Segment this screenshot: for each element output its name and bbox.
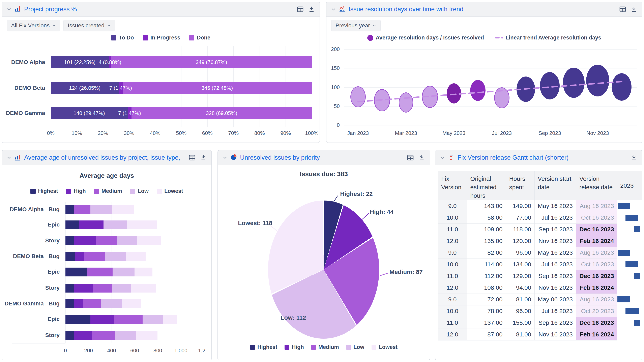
bar-segment <box>83 300 101 308</box>
bar-segment <box>66 205 74 214</box>
fix-version-cell: 12.0 <box>438 235 467 247</box>
bubble[interactable] <box>374 89 390 111</box>
gantt-timeline-cell <box>617 258 642 270</box>
bar-segment <box>114 315 142 324</box>
panel-title[interactable]: Average age of unresolved issues by proj… <box>24 154 181 161</box>
chevron-down-icon[interactable] <box>331 7 336 12</box>
gantt-bar[interactable] <box>626 261 638 267</box>
y-axis-label: 50 <box>326 103 340 109</box>
bar-segment <box>112 268 134 276</box>
download-icon[interactable] <box>630 154 638 161</box>
gantt-timeline-cell <box>617 328 642 340</box>
panel-header: Average age of unresolved issues by proj… <box>2 150 212 165</box>
issue-type-label: Epic <box>40 222 60 228</box>
gantt-bar[interactable] <box>626 308 639 314</box>
bar-segment <box>66 315 90 324</box>
issue-type-label: Epic <box>40 316 60 322</box>
table-view-icon[interactable] <box>619 6 626 13</box>
legend-item: To Do <box>111 35 134 41</box>
bubble[interactable] <box>422 86 438 108</box>
bubble[interactable] <box>470 80 486 101</box>
gantt-timeline-cell <box>617 270 642 282</box>
gantt-table-container: Fix VersionOriginal estimated hoursHours… <box>438 171 642 340</box>
bubble[interactable] <box>516 76 535 102</box>
pie-slice-label: High: 44 <box>370 208 394 216</box>
legend-swatch <box>66 189 71 194</box>
x-axis-label: Jan 2023 <box>339 130 377 136</box>
legend-item: Linear trend Average resolution days <box>495 35 601 41</box>
issue-type-label: Bug <box>40 300 60 307</box>
chevron-down-icon[interactable] <box>6 155 12 160</box>
table-row[interactable]: 10.078.0096.00Jul 16 2023Oct 20 2023 <box>438 305 642 317</box>
bubble[interactable] <box>494 88 510 108</box>
chevron-down-icon[interactable] <box>440 155 445 160</box>
download-icon[interactable] <box>200 154 207 161</box>
gantt-bar[interactable] <box>618 203 630 209</box>
gantt-timeline-cell <box>617 235 642 247</box>
issue-type-label: Story <box>40 237 60 244</box>
estimated-hours-cell: 114.00 <box>467 258 506 270</box>
bubble[interactable] <box>540 72 560 100</box>
download-icon[interactable] <box>418 154 425 161</box>
table-row[interactable]: 12.087.0081.00Nov 16 2023Feb 16 2024 <box>438 328 642 340</box>
table-row[interactable]: 9.082.0096.00May 16 2023Aug 16 2023 <box>438 247 642 258</box>
period-filter[interactable]: Previous year <box>331 20 380 32</box>
bubble[interactable] <box>350 86 366 107</box>
bubble[interactable] <box>563 68 584 98</box>
gantt-bar[interactable] <box>618 296 630 302</box>
category-label: DEMO Alpha <box>5 59 45 66</box>
bubble[interactable] <box>447 83 461 104</box>
bubble[interactable] <box>399 92 413 112</box>
table-row[interactable]: 11.0109.00118.00Sep 16 2023Dec 16 2023 <box>438 224 642 235</box>
chevron-down-icon[interactable] <box>6 7 12 12</box>
table-view-icon[interactable] <box>407 154 414 161</box>
bar-segment <box>131 284 156 292</box>
panel-title[interactable]: Issue resolution days over time with tre… <box>348 6 463 13</box>
table-view-icon[interactable] <box>297 6 304 13</box>
table-row[interactable]: 11.0137.00155.00Sep 16 2023Dec 16 2023 <box>438 317 642 328</box>
gantt-bar[interactable] <box>618 250 630 256</box>
bar-segment <box>74 331 92 340</box>
column-header[interactable]: 2023 <box>617 171 642 200</box>
panel-project-progress: Project progress % All Fix Versions Issu… <box>2 2 320 143</box>
gantt-bar[interactable] <box>634 273 640 279</box>
table-view-icon[interactable] <box>188 154 196 161</box>
estimated-hours-cell: 143.00 <box>467 200 506 212</box>
table-row[interactable]: 10.058.0077.00Jul 16 2023Oct 16 2023 <box>438 212 642 224</box>
table-row[interactable]: 10.0114.00134.00Jul 16 2023Oct 16 2023 <box>438 258 642 270</box>
legend-label: Highest <box>38 188 58 194</box>
gridline <box>344 125 637 126</box>
table-row[interactable]: 9.0143.00149.00May 16 2023Aug 16 2023 <box>438 200 642 212</box>
legend-label: High <box>74 188 86 194</box>
x-axis-label: 10% <box>68 130 86 136</box>
x-axis-label: Mar 2023 <box>387 130 425 136</box>
column-header[interactable]: Version release date <box>576 171 617 200</box>
bar-chart-icon <box>14 6 21 13</box>
column-header[interactable]: Original estimated hours <box>467 171 506 200</box>
table-row[interactable]: 9.072.0081.00May 06 2023Aug 16 2023 <box>438 294 642 305</box>
gantt-bar[interactable] <box>634 226 640 232</box>
bubble[interactable] <box>586 65 609 96</box>
gantt-timeline-cell <box>617 305 642 317</box>
download-icon[interactable] <box>308 6 315 13</box>
download-icon[interactable] <box>630 6 638 13</box>
panel-title[interactable]: Fix Version release Gantt chart (shorter… <box>458 154 568 161</box>
fix-versions-filter[interactable]: All Fix Versions <box>7 20 60 32</box>
gantt-bar[interactable] <box>626 214 638 221</box>
column-header[interactable]: Version start date <box>534 171 576 200</box>
table-row[interactable]: 11.0112.00129.00Sep 16 2023Dec 16 2023 <box>438 270 642 282</box>
estimated-hours-cell: 112.00 <box>467 270 506 282</box>
issue-metric-filter[interactable]: Issues created <box>64 20 115 32</box>
chevron-down-icon[interactable] <box>222 155 228 160</box>
bubble[interactable] <box>612 73 632 101</box>
column-header[interactable]: Fix Version <box>438 171 467 200</box>
bar-segment <box>142 315 163 324</box>
table-row[interactable]: 12.0108.0094.00Nov 16 2023Feb 16 2024 <box>438 282 642 294</box>
panel-title[interactable]: Project progress % <box>24 6 77 13</box>
legend-label: Average resolution days / Issues resolve… <box>376 35 484 41</box>
table-row[interactable]: 12.0135.00120.00Nov 16 2023Feb 16 2024 <box>438 235 642 247</box>
gantt-bar[interactable] <box>634 320 640 326</box>
bar-value-label: 345 (72.48%) <box>202 85 233 91</box>
panel-title[interactable]: Unresolved issues by priority <box>240 154 320 161</box>
column-header[interactable]: Hours spent <box>506 171 534 200</box>
